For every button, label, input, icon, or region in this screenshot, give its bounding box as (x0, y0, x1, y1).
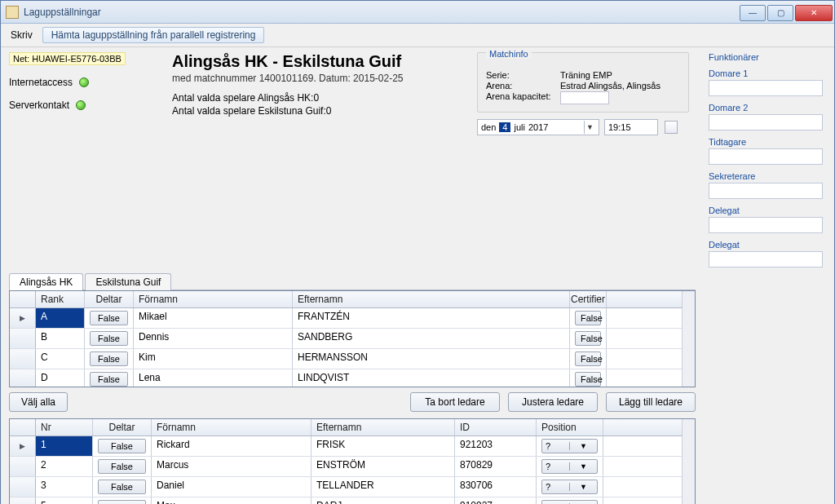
ta-bort-ledare-button[interactable]: Ta bort ledare (410, 392, 500, 412)
tab-eskilstuna[interactable]: Eskilstuna Guif (85, 273, 171, 290)
cell-efternamn[interactable]: HERMANSSON (293, 349, 570, 369)
cell-efternamn[interactable]: SANDBERG (293, 329, 570, 348)
position-dropdown[interactable]: ?▼ (541, 439, 598, 453)
table-row[interactable]: BFalseDennisSANDBERGFalse (10, 329, 682, 349)
col-nr[interactable]: Nr (36, 419, 93, 435)
cell-efternamn[interactable]: DARJ (311, 497, 455, 504)
leaders-scrollbar[interactable] (682, 291, 695, 387)
col-fornamn[interactable]: Förnamn (134, 291, 293, 307)
cell-efternamn[interactable]: ENSTRÖM (311, 457, 455, 476)
col-efternamn[interactable]: Efternamn (293, 291, 570, 307)
col-deltar[interactable]: Deltar (85, 291, 134, 307)
table-row[interactable]: 3FalseDanielTELLANDER830706?▼ (10, 477, 682, 497)
row-header[interactable] (10, 436, 36, 456)
lagg-till-ledare-button[interactable]: Lägg till ledare (606, 392, 696, 412)
capacity-input[interactable] (560, 91, 609, 104)
certifier-toggle[interactable]: False (575, 372, 601, 387)
position-dropdown[interactable]: ?▼ (541, 459, 598, 474)
delegat2-input[interactable] (709, 251, 823, 267)
valj-alla-ledare-button[interactable]: Välj alla (9, 392, 68, 412)
col-id[interactable]: ID (455, 419, 537, 435)
cell-efternamn[interactable]: LINDQVIST (293, 369, 570, 387)
menu-skriv[interactable]: Skriv (6, 28, 38, 42)
cell-fornamn[interactable]: Rickard (152, 436, 311, 456)
domare1-input[interactable] (709, 80, 823, 96)
col-efternamn[interactable]: Efternamn (311, 419, 455, 435)
cell-deltar[interactable]: False (85, 329, 134, 348)
certifier-toggle[interactable]: False (575, 331, 601, 346)
col-rank[interactable]: Rank (36, 291, 85, 307)
table-row[interactable]: DFalseLenaLINDQVISTFalse (10, 369, 682, 387)
cell-id[interactable]: 910927 (455, 497, 537, 504)
cell-fornamn[interactable]: Lena (134, 369, 293, 387)
delegat1-input[interactable] (709, 217, 823, 233)
table-row[interactable]: CFalseKimHERMANSSONFalse (10, 349, 682, 369)
cell-rank[interactable]: D (36, 369, 85, 387)
menu-hamta-laguppstallning[interactable]: Hämta laguppställning från parallell reg… (42, 27, 265, 43)
maximize-button[interactable]: ▢ (767, 5, 793, 21)
cell-efternamn[interactable]: TELLANDER (311, 477, 455, 497)
cell-rank[interactable]: C (36, 349, 85, 369)
row-header[interactable] (10, 457, 36, 476)
certifier-toggle[interactable]: False (575, 311, 601, 325)
table-row[interactable]: AFalseMikaelFRANTZÉNFalse (10, 308, 682, 329)
players-scrollbar[interactable] (682, 419, 695, 504)
deltar-toggle[interactable]: False (98, 500, 146, 504)
row-header[interactable] (10, 308, 36, 328)
position-dropdown[interactable]: ?▼ (541, 480, 598, 494)
domare2-input[interactable] (709, 114, 823, 130)
certifier-toggle[interactable]: False (575, 351, 601, 366)
cell-deltar[interactable]: False (93, 477, 152, 497)
cell-fornamn[interactable]: Mikael (134, 308, 293, 328)
tab-alingsas[interactable]: Alingsås HK (9, 273, 83, 290)
time-picker[interactable]: 19:15 (604, 119, 658, 135)
cell-id[interactable]: 830706 (455, 477, 537, 497)
cell-efternamn[interactable]: FRISK (311, 436, 455, 456)
cell-position[interactable]: ?▼ (537, 436, 603, 456)
cell-certifier[interactable]: False (570, 369, 607, 387)
deltar-toggle[interactable]: False (90, 311, 128, 325)
cell-id[interactable]: 921203 (455, 436, 537, 456)
minimize-button[interactable]: — (740, 5, 766, 21)
cell-position[interactable]: ?▼ (537, 457, 603, 476)
deltar-toggle[interactable]: False (90, 372, 128, 387)
cell-fornamn[interactable]: Daniel (152, 477, 311, 497)
cell-id[interactable]: 870829 (455, 457, 537, 476)
row-header[interactable] (10, 477, 36, 497)
cell-fornamn[interactable]: Max (152, 497, 311, 504)
col-certifier[interactable]: Certifier (570, 291, 607, 307)
tidtagare-input[interactable] (709, 148, 823, 165)
close-button[interactable]: ✕ (795, 5, 833, 21)
calendar-icon[interactable] (665, 121, 678, 134)
cell-certifier[interactable]: False (570, 308, 607, 328)
cell-deltar[interactable]: False (93, 457, 152, 476)
deltar-toggle[interactable]: False (98, 439, 146, 453)
cell-deltar[interactable]: False (85, 349, 134, 369)
deltar-toggle[interactable]: False (98, 459, 146, 474)
cell-deltar[interactable]: False (93, 497, 152, 504)
cell-deltar[interactable]: False (85, 369, 134, 387)
deltar-toggle[interactable]: False (90, 351, 128, 366)
col-deltar[interactable]: Deltar (93, 419, 152, 435)
deltar-toggle[interactable]: False (90, 331, 128, 346)
cell-nr[interactable]: 2 (36, 457, 93, 476)
row-header[interactable] (10, 349, 36, 369)
sekreterare-input[interactable] (709, 183, 823, 199)
cell-certifier[interactable]: False (570, 329, 607, 348)
cell-certifier[interactable]: False (570, 349, 607, 369)
cell-position[interactable]: ?▼ (537, 477, 603, 497)
row-header[interactable] (10, 329, 36, 348)
cell-deltar[interactable]: False (93, 436, 152, 456)
cell-efternamn[interactable]: FRANTZÉN (293, 308, 570, 328)
date-picker[interactable]: den 4 juli 2017 ▼ (477, 119, 599, 135)
table-row[interactable]: 2FalseMarcusENSTRÖM870829?▼ (10, 457, 682, 477)
cell-rank[interactable]: B (36, 329, 85, 348)
col-position[interactable]: Position (537, 419, 603, 435)
col-fornamn[interactable]: Förnamn (152, 419, 311, 435)
table-row[interactable]: 1FalseRickardFRISK921203?▼ (10, 436, 682, 457)
cell-deltar[interactable]: False (85, 308, 134, 328)
justera-ledare-button[interactable]: Justera ledare (508, 392, 598, 412)
cell-nr[interactable]: 1 (36, 436, 93, 456)
row-header[interactable] (10, 369, 36, 387)
cell-nr[interactable]: 3 (36, 477, 93, 497)
